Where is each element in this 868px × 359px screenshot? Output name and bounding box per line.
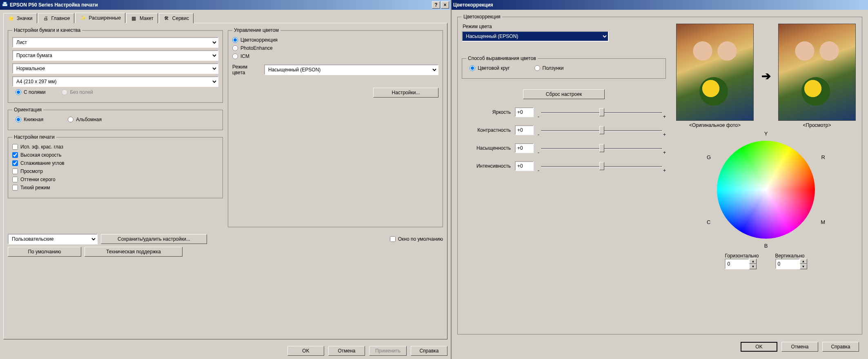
photoenhance-radio[interactable]: PhotoEnhance [232,45,273,51]
brightness-slider[interactable]: -+ [538,107,666,117]
horiz-input[interactable] [725,259,749,269]
tab-service[interactable]: 🛠Сервис [159,13,194,23]
result-preview [778,24,856,121]
margins-on-radio[interactable]: С полями [16,89,45,95]
printer-icon: 🖨 [42,15,49,22]
preview-label: <Просмотр> [778,122,856,128]
vert-down[interactable]: ▼ [800,264,807,269]
align-sliders-radio[interactable]: Ползунки [534,65,564,71]
tab-advanced[interactable]: ✨Расширенные [75,13,125,23]
opt-gray[interactable]: Оттенки серого [12,177,56,182]
margins-off-radio: Без полей [62,89,93,95]
original-preview [676,24,754,121]
ok-button[interactable]: OK [287,346,324,356]
tab-main[interactable]: 🖨Главное [38,13,75,23]
brightness-value[interactable] [515,107,534,117]
alignment-group: Способ выравнивания цветов Цветовой круг… [462,55,666,79]
default-window-checkbox[interactable]: Окно по умолчанию [390,236,443,242]
color-mode-select[interactable]: Насыщенный (EPSON) [462,31,609,42]
vert-input[interactable] [775,259,800,269]
opt-quiet[interactable]: Тихий режим [12,185,50,191]
saturation-label: Насыщенность [462,145,511,151]
intensity-slider[interactable]: -+ [538,161,666,171]
color-correction-group: Цветокоррекция Режим цвета Насыщенный (E… [457,14,862,335]
intensity-value[interactable] [515,161,534,171]
print-quality[interactable]: Нормальное [12,63,218,74]
tech-support-button[interactable]: Техническая поддержка [85,247,183,257]
cancel-button[interactable]: Отмена [328,346,365,356]
ok-button[interactable]: OK [741,342,777,352]
gear-star-icon: ✨ [80,15,86,21]
original-label: <Оригинальное фото> [676,122,754,128]
intensity-label: Интенсивность [462,163,511,169]
paper-group: Настройки бумаги и качества Лист Простая… [8,27,223,103]
orientation-group: Ориентация Книжная Альбомная [8,107,223,130]
help-button[interactable]: ? [432,1,440,9]
orient-portrait[interactable]: Книжная [16,117,43,122]
color-mode-select[interactable]: Насыщенный (EPSON) [264,64,438,75]
titlebar: EPSON P50 Series Настройка печати ? × [0,0,451,10]
orient-landscape[interactable]: Альбомная [68,117,102,122]
contrast-label: Контрастность [462,127,511,133]
align-wheel-radio[interactable]: Цветовой круг [470,65,510,71]
print-options-group: Настройки печати Исп. эф. крас. глаз Выс… [8,134,223,198]
help-button[interactable]: Справка [411,346,447,356]
icm-radio[interactable]: ICM [232,53,249,59]
color-correction-radio[interactable]: Цветокоррекция [232,37,278,43]
window-title: EPSON P50 Series Настройка печати [10,2,98,8]
vert-up[interactable]: ▲ [800,259,807,264]
opt-redeye[interactable]: Исп. эф. крас. глаз [12,144,63,150]
layout-icon: ▦ [131,15,137,22]
opt-smooth[interactable]: Сглаживание углов [12,160,65,166]
svg-rect-1 [3,2,7,4]
contrast-slider[interactable]: -+ [538,125,666,135]
paper-size[interactable]: A4 (210 x 297 мм) [12,76,218,87]
titlebar: Цветокоррекция [452,0,868,10]
window-title: Цветокоррекция [453,2,493,8]
opt-preview[interactable]: Просмотр [12,168,43,174]
brightness-label: Яркость [462,109,511,115]
reset-button[interactable]: Сброс настроек [523,89,605,99]
saturation-slider[interactable]: -+ [538,143,666,153]
apply-button: Применить [369,346,407,356]
close-button[interactable]: × [441,1,449,9]
color-settings-button[interactable]: Настройки... [373,88,438,98]
color-mgmt-group: Управление цветом Цветокоррекция PhotoEn… [228,27,443,227]
contrast-value[interactable] [515,125,534,135]
tabstrip: ⭐Значки 🖨Главное ✨Расширенные ▦Макет 🛠Се… [0,10,451,23]
horiz-down[interactable]: ▼ [749,264,757,269]
advanced-panel: Настройки бумаги и качества Лист Простая… [3,23,447,339]
wrench-icon: 🛠 [163,15,170,22]
save-delete-settings-button[interactable]: Сохранить/удалить настройки... [101,234,207,244]
paper-source[interactable]: Лист [12,37,218,48]
preset-select[interactable]: Пользовательские [8,234,98,244]
opt-speed[interactable]: Высокая скорость [12,152,62,158]
color-mode-label: Режим цвета [463,24,666,29]
printer-icon [2,1,8,9]
cancel-button[interactable]: Отмена [781,342,818,352]
arrow-right-icon: ➔ [758,69,774,83]
defaults-button[interactable]: По умолчанию [8,247,81,257]
help-button[interactable]: Справка [822,342,859,352]
star-icon: ⭐ [8,15,14,22]
horiz-label: Горизонтально [725,253,759,259]
wheel-crosshair-icon: + [763,186,769,193]
saturation-value[interactable] [515,143,534,153]
color-wheel[interactable]: Y G R C M B + [707,131,825,249]
tab-icons[interactable]: ⭐Значки [3,13,37,23]
vert-label: Вертикально [775,253,807,259]
media-type[interactable]: Простая бумага [12,50,218,61]
color-mode-label: Режим цвета [232,64,261,75]
horiz-up[interactable]: ▲ [749,259,757,264]
tab-layout[interactable]: ▦Макет [126,13,158,23]
